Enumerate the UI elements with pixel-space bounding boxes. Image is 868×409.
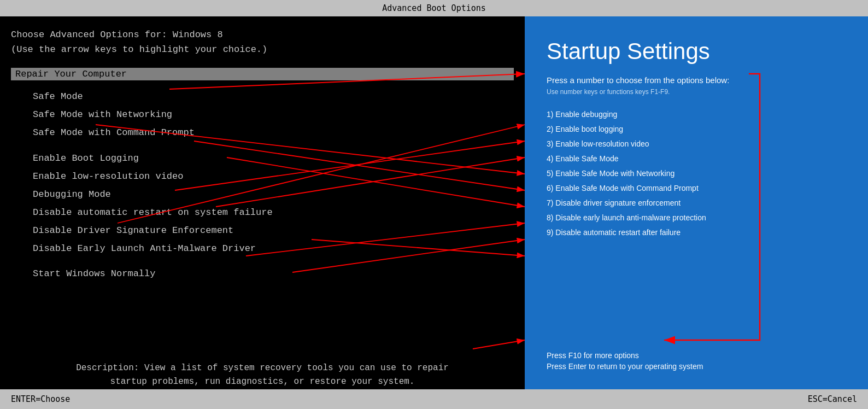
startup-hint: Use number keys or functions keys F1-F9.: [547, 88, 846, 96]
footer-line1: Press F10 for more options: [547, 351, 846, 360]
enter-choose-label: ENTER=Choose: [11, 394, 70, 404]
menu-item-safe-mode[interactable]: Safe Mode: [33, 89, 514, 105]
header-line1: Choose Advanced Options for: Windows 8: [11, 27, 514, 42]
menu-items: Safe Mode Safe Mode with Networking Safe…: [11, 89, 514, 284]
footer-line2: Press Enter to return to your operating …: [547, 362, 846, 371]
menu-item-disable-driver-sig[interactable]: Disable Driver Signature Enforcement: [33, 223, 514, 239]
startup-settings-title: Startup Settings: [547, 38, 846, 65]
description-line1: Description: View a list of system recov…: [11, 361, 514, 376]
option-3[interactable]: 3) Enable low-resolution video: [547, 138, 846, 150]
title-bar: Advanced Boot Options: [0, 0, 868, 16]
description: Description: View a list of system recov…: [11, 350, 514, 389]
startup-subtitle: Press a number to choose from the option…: [547, 75, 846, 85]
footer-links: Press F10 for more options Press Enter t…: [547, 351, 846, 373]
menu-item-disable-restart[interactable]: Disable automatic restart on system fail…: [33, 205, 514, 221]
options-list: 1) Enable debugging 2) Enable boot loggi…: [547, 109, 846, 242]
option-5[interactable]: 5) Enable Safe Mode with Networking: [547, 168, 846, 179]
option-6[interactable]: 6) Enable Safe Mode with Command Prompt: [547, 183, 846, 194]
option-4[interactable]: 4) Enable Safe Mode: [547, 153, 846, 165]
right-panel: Startup Settings Press a number to choos…: [525, 16, 868, 389]
menu-item-start-normally[interactable]: Start Windows Normally: [33, 266, 514, 282]
option-7[interactable]: 7) Disable driver signature enforcement: [547, 197, 846, 209]
menu-item-low-res[interactable]: Enable low-resolution video: [33, 169, 514, 185]
menu-item-safe-mode-networking[interactable]: Safe Mode with Networking: [33, 107, 514, 123]
menu-item-disable-anti-malware[interactable]: Disable Early Launch Anti-Malware Driver: [33, 241, 514, 257]
option-9[interactable]: 9) Disable automatic restart after failu…: [547, 227, 846, 238]
menu-item-debugging[interactable]: Debugging Mode: [33, 187, 514, 203]
menu-item-boot-logging[interactable]: Enable Boot Logging: [33, 151, 514, 167]
header-line2: (Use the arrow keys to highlight your ch…: [11, 42, 514, 57]
title-bar-text: Advanced Boot Options: [382, 3, 486, 13]
selected-item[interactable]: Repair Your Computer: [11, 68, 514, 80]
header-text: Choose Advanced Options for: Windows 8 (…: [11, 27, 514, 57]
option-1[interactable]: 1) Enable debugging: [547, 109, 846, 120]
main-content: Choose Advanced Options for: Windows 8 (…: [0, 16, 868, 389]
left-panel: Choose Advanced Options for: Windows 8 (…: [0, 16, 525, 389]
description-line2: startup problems, run diagnostics, or re…: [11, 375, 514, 389]
option-2[interactable]: 2) Enable boot logging: [547, 124, 846, 135]
esc-cancel-label: ESC=Cancel: [808, 394, 857, 404]
bottom-bar: ENTER=Choose ESC=Cancel: [0, 389, 868, 409]
option-8[interactable]: 8) Disable early launch anti-malware pro…: [547, 212, 846, 224]
menu-item-safe-mode-cmd[interactable]: Safe Mode with Command Prompt: [33, 125, 514, 141]
